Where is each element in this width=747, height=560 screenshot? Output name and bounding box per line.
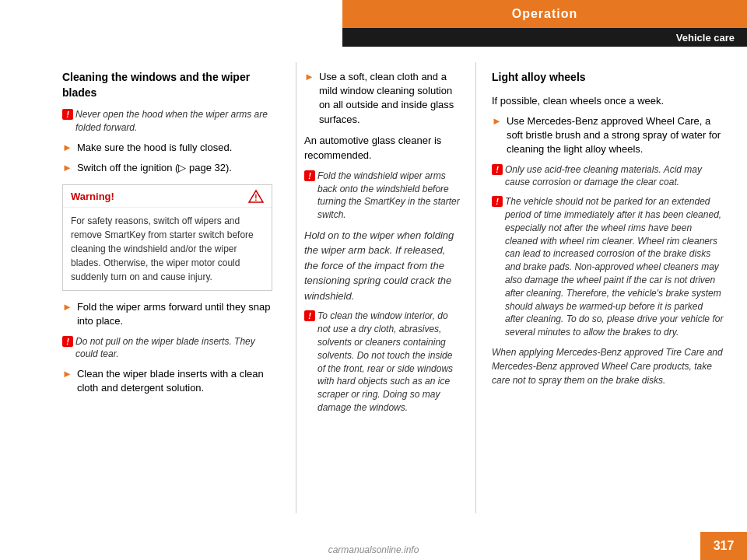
- right-warning-2: ! The vehicle should not be parked for a…: [492, 195, 724, 339]
- left-bullet-1: ► Make sure the hood is fully closed.: [62, 141, 272, 155]
- left-bullet-1-text: Make sure the hood is fully closed.: [77, 141, 232, 155]
- warning-box: Warning! ! For safety reasons, switch of…: [62, 184, 272, 291]
- mid-column: ► Use a soft, clean cloth and a mild win…: [296, 47, 475, 529]
- right-bullet-1-text: Use Mercedes-Benz approved Wheel Care, a…: [507, 114, 724, 157]
- left-warning-2: ! Do not pull on the wiper blade inserts…: [62, 335, 272, 362]
- warning-icon-5: !: [492, 164, 503, 175]
- right-intro: If possible, clean wheels once a week.: [492, 93, 724, 109]
- warning-icon-2: !: [62, 336, 73, 347]
- main-content: Cleaning the windows and the wiper blade…: [0, 47, 747, 529]
- left-warning-2-text: Do not pull on the wiper blade inserts. …: [75, 335, 272, 362]
- right-warning-1: ! Only use acid-free cleaning materials.…: [492, 163, 724, 190]
- mid-warning-2-text: To clean the window interior, do not use…: [317, 310, 460, 414]
- mid-bullet-1-text: Use a soft, clean cloth and a mild windo…: [319, 70, 460, 127]
- bullet-arrow-2: ►: [62, 161, 72, 175]
- left-section-title: Cleaning the windows and the wiper blade…: [62, 70, 272, 100]
- left-column: Cleaning the windows and the wiper blade…: [0, 47, 296, 529]
- mid-warning-1: ! Fold the windshield wiper arms back on…: [304, 170, 460, 222]
- right-warning-2-text: The vehicle should not be parked for an …: [505, 195, 724, 339]
- left-bullet-4-text: Clean the wiper blade inserts with a cle…: [77, 367, 272, 395]
- mid-note-1: An automotive glass cleaner is recommend…: [304, 133, 460, 163]
- bullet-arrow-3: ►: [62, 300, 72, 314]
- header-orange: Operation: [342, 0, 747, 28]
- warning-icon-4: !: [304, 310, 315, 321]
- warning-box-title: Warning!: [71, 191, 114, 202]
- right-warning-1-text: Only use acid-free cleaning materials. A…: [505, 163, 724, 190]
- left-bullet-2: ► Switch off the ignition (▷ page 32).: [62, 161, 272, 175]
- left-bullet-4: ► Clean the wiper blade inserts with a c…: [62, 367, 272, 395]
- page-number: 317: [714, 539, 735, 553]
- mid-bullet-1: ► Use a soft, clean cloth and a mild win…: [304, 70, 460, 127]
- left-bullet-3-text: Fold the wiper arms forward until they s…: [77, 300, 272, 328]
- warning-box-body: For safety reasons, switch off wipers an…: [63, 208, 272, 290]
- warning-icon-3: !: [304, 170, 315, 181]
- right-bullet-arrow-1: ►: [492, 114, 502, 128]
- right-note-1: When applying Mercedes-Benz approved Tir…: [492, 345, 724, 387]
- warning-icon-6: !: [492, 196, 503, 207]
- subsection-title: Vehicle care: [676, 32, 735, 44]
- right-bullet-1: ► Use Mercedes-Benz approved Wheel Care,…: [492, 114, 724, 157]
- left-warning-1: ! Never open the hood when the wiper arm…: [62, 108, 272, 135]
- watermark: carmanualsonline.info: [328, 544, 419, 555]
- warning-icon-1: !: [62, 109, 73, 120]
- bullet-arrow-1: ►: [62, 141, 72, 155]
- right-column: Light alloy wheels If possible, clean wh…: [476, 47, 747, 529]
- mid-warning-2: ! To clean the window interior, do not u…: [304, 310, 460, 414]
- bullet-arrow-4: ►: [62, 367, 72, 381]
- svg-text:!: !: [254, 194, 257, 202]
- left-bullet-2-text: Switch off the ignition (▷ page 32).: [77, 161, 232, 175]
- mid-bullet-arrow-1: ►: [304, 70, 314, 84]
- right-section-title: Light alloy wheels: [492, 70, 724, 86]
- mid-warning-1-text: Fold the windshield wiper arms back onto…: [317, 170, 460, 222]
- left-bullet-3: ► Fold the wiper arms forward until they…: [62, 300, 272, 328]
- mid-note-2: Hold on to the wiper when folding the wi…: [304, 228, 460, 304]
- warning-box-header: Warning! !: [63, 185, 272, 208]
- left-warning-1-text: Never open the hood when the wiper arms …: [75, 108, 272, 135]
- page-number-box: 317: [700, 532, 747, 560]
- section-title: Operation: [512, 7, 578, 21]
- header-bar: Operation: [0, 0, 747, 28]
- warning-triangle-icon: !: [248, 189, 264, 203]
- header-subbar: Vehicle care: [342, 28, 747, 47]
